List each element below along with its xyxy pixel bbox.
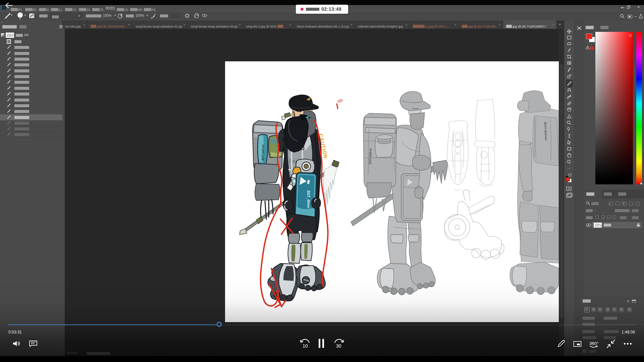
- svg-text:30: 30: [336, 343, 341, 349]
- svg-text:BGT-deliver: BGT-deliver: [261, 144, 265, 160]
- svg-text:10: 10: [303, 343, 308, 349]
- svg-text:BGT-deliver: BGT-deliver: [368, 148, 372, 164]
- svg-text:BGT_dliver: BGT_dliver: [307, 190, 310, 208]
